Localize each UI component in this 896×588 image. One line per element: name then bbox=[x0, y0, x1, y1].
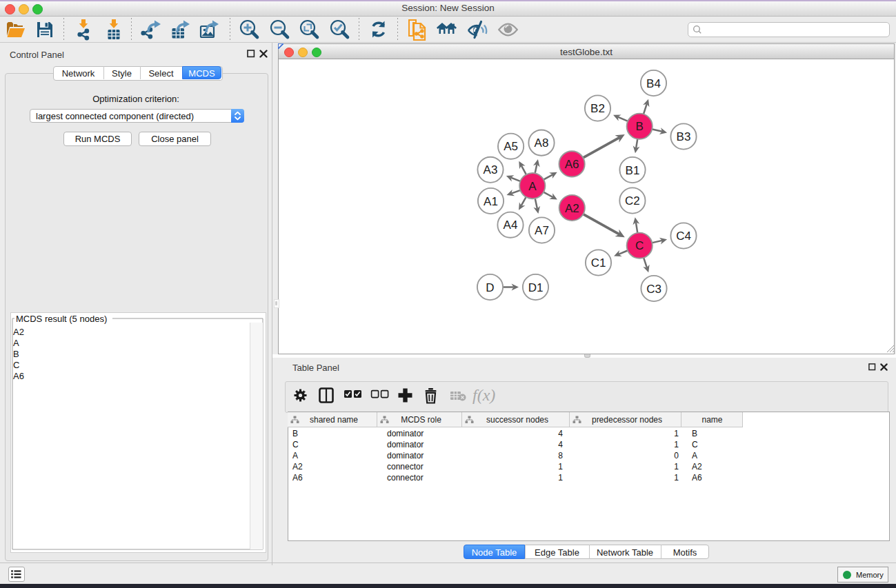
svg-text:A5: A5 bbox=[504, 140, 518, 153]
svg-text:A2: A2 bbox=[565, 202, 579, 215]
svg-text:C3: C3 bbox=[646, 283, 661, 296]
svg-text:A8: A8 bbox=[535, 136, 549, 150]
svg-text:C4: C4 bbox=[676, 230, 691, 243]
svg-text:A4: A4 bbox=[504, 219, 518, 232]
svg-text:B4: B4 bbox=[646, 77, 661, 90]
svg-text:C1: C1 bbox=[591, 256, 606, 270]
svg-text:A7: A7 bbox=[535, 224, 549, 237]
svg-text:A3: A3 bbox=[484, 163, 498, 176]
svg-text:B3: B3 bbox=[677, 130, 691, 143]
svg-text:C2: C2 bbox=[625, 194, 640, 207]
svg-text:D: D bbox=[486, 281, 494, 294]
svg-text:C: C bbox=[635, 239, 644, 252]
svg-text:A1: A1 bbox=[484, 195, 498, 208]
svg-text:B: B bbox=[636, 120, 644, 133]
svg-text:B2: B2 bbox=[590, 102, 605, 115]
svg-text:A6: A6 bbox=[565, 158, 579, 171]
svg-text:B1: B1 bbox=[626, 164, 640, 177]
svg-text:A: A bbox=[528, 180, 537, 193]
svg-text:D1: D1 bbox=[528, 281, 544, 294]
